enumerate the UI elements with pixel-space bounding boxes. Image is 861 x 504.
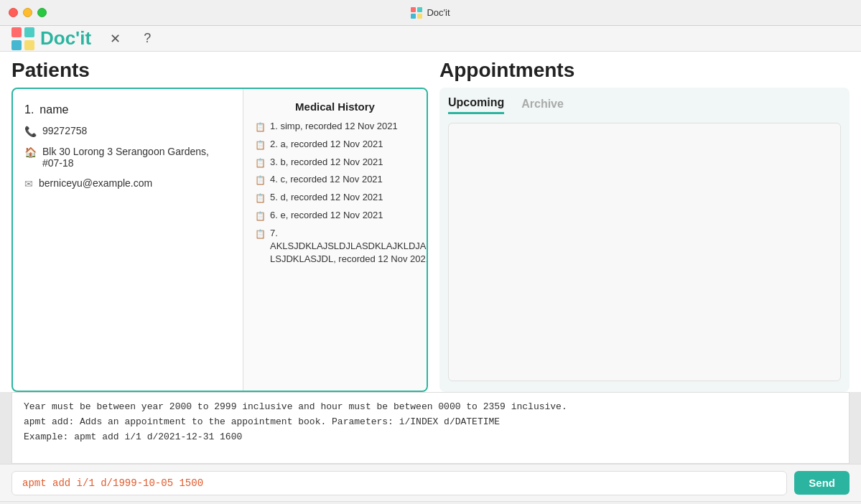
history-item-text: 7. AKLSJDKLAJSLDJLASDKLAJKLDJAK LSJDKLAS… (270, 227, 427, 266)
status-bar: ./data/addressbook.json (0, 501, 861, 504)
medical-history-panel: Medical History 📋1. simp, recorded 12 No… (243, 89, 427, 391)
menu-bar: Doc'it ✕ ? (0, 26, 861, 52)
email-icon: ✉ (24, 178, 33, 190)
patients-title: Patients (11, 59, 428, 82)
patient-email: berniceyu@example.com (39, 177, 152, 189)
history-item-text: 5. d, recorded 12 Nov 2021 (270, 191, 383, 204)
patient-info-panel: 1. name 📞 99272758 🏠 Blk 30 Lorong 3 Ser… (13, 89, 243, 391)
patient-phone-row: 📞 99272758 (24, 125, 231, 137)
history-item: 📋4. c, recorded 12 Nov 2021 (255, 173, 415, 187)
appointments-section: Appointments Upcoming Archive (439, 59, 850, 392)
command-input[interactable] (11, 471, 787, 495)
close-menu-button[interactable]: ✕ (106, 28, 125, 50)
tab-archive[interactable]: Archive (521, 96, 564, 114)
address-icon: 🏠 (24, 146, 37, 158)
history-item: 📋3. b, recorded 12 Nov 2021 (255, 156, 415, 169)
output-line: apmt add: Adds an appointment to the app… (24, 415, 837, 430)
svg-rect-0 (411, 7, 416, 12)
appointments-panel: Upcoming Archive (439, 88, 850, 392)
history-item-icon: 📋 (255, 210, 266, 223)
svg-rect-1 (417, 7, 422, 12)
patient-card: 1. name 📞 99272758 🏠 Blk 30 Lorong 3 Ser… (11, 88, 428, 392)
title-bar: Doc'it (0, 0, 861, 26)
history-item: 📋1. simp, recorded 12 Nov 2021 (255, 120, 415, 134)
main-content: Patients 1. name 📞 99272758 🏠 Blk 30 Lor… (0, 52, 861, 392)
history-item-text: 2. a, recorded 12 Nov 2021 (270, 138, 383, 151)
svg-rect-7 (24, 40, 34, 50)
medical-history-title: Medical History (255, 101, 415, 113)
appointments-content (448, 123, 841, 381)
send-button[interactable]: Send (794, 471, 850, 495)
help-menu-button[interactable]: ? (139, 28, 155, 49)
patient-address: Blk 30 Lorong 3 Serangoon Gardens, #07-1… (42, 146, 231, 169)
history-item: 📋7. AKLSJDKLAJSLDJLASDKLAJKLDJAK LSJDKLA… (255, 227, 415, 266)
history-item: 📋2. a, recorded 12 Nov 2021 (255, 138, 415, 151)
svg-rect-2 (411, 14, 416, 19)
tabs: Upcoming Archive (448, 96, 841, 114)
history-item-icon: 📋 (255, 157, 266, 169)
history-item-text: 3. b, recorded 12 Nov 2021 (270, 156, 383, 169)
maximize-button[interactable] (37, 8, 47, 17)
output-area: Year must be between year 2000 to 2999 i… (11, 392, 850, 464)
history-item-text: 1. simp, recorded 12 Nov 2021 (270, 120, 398, 133)
appointments-title: Appointments (439, 59, 850, 82)
output-line: Year must be between year 2000 to 2999 i… (24, 400, 837, 415)
traffic-lights (9, 8, 47, 17)
svg-rect-3 (417, 14, 422, 19)
history-list: 📋1. simp, recorded 12 Nov 2021📋2. a, rec… (255, 120, 415, 266)
patient-phone: 99272758 (42, 125, 87, 136)
history-item: 📋5. d, recorded 12 Nov 2021 (255, 191, 415, 205)
history-item-icon: 📋 (255, 121, 266, 134)
history-item-icon: 📋 (255, 192, 266, 205)
minimize-button[interactable] (23, 8, 32, 17)
patient-address-row: 🏠 Blk 30 Lorong 3 Serangoon Gardens, #07… (24, 146, 231, 169)
title-bar-text: Doc'it (411, 7, 450, 19)
history-item-icon: 📋 (255, 174, 266, 187)
output-line: Example: apmt add i/1 d/2021-12-31 1600 (24, 430, 837, 445)
app-title-icon (411, 7, 422, 19)
svg-rect-4 (11, 27, 22, 37)
history-item-text: 6. e, recorded 12 Nov 2021 (270, 209, 383, 222)
tab-upcoming[interactable]: Upcoming (448, 96, 504, 114)
svg-rect-5 (24, 27, 34, 37)
app-logo: Doc'it (11, 27, 91, 50)
phone-icon: 📞 (24, 126, 37, 137)
patients-section: Patients 1. name 📞 99272758 🏠 Blk 30 Lor… (11, 59, 428, 392)
patient-email-row: ✉ berniceyu@example.com (24, 177, 231, 190)
patient-name-row: 1. name (24, 103, 231, 116)
history-item-text: 4. c, recorded 12 Nov 2021 (270, 173, 383, 186)
history-item: 📋6. e, recorded 12 Nov 2021 (255, 209, 415, 223)
close-button[interactable] (9, 8, 18, 17)
command-area: Send (0, 464, 861, 501)
svg-rect-6 (11, 40, 22, 50)
output-lines: Year must be between year 2000 to 2999 i… (24, 400, 837, 444)
patient-number: 1. (24, 103, 34, 116)
window-title: Doc'it (427, 7, 450, 18)
patient-name: name (39, 103, 68, 116)
history-item-icon: 📋 (255, 228, 266, 241)
app-name: Doc'it (40, 27, 91, 50)
history-item-icon: 📋 (255, 139, 266, 151)
logo-icon (11, 27, 34, 50)
